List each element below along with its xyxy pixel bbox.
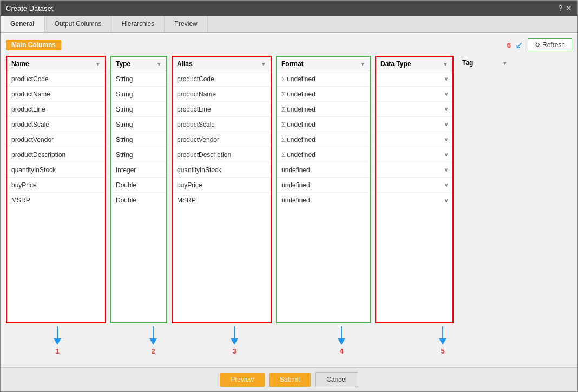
list-item[interactable]: Σ undefined: [277, 87, 370, 102]
list-item[interactable]: [458, 161, 512, 176]
list-item[interactable]: String: [111, 147, 166, 162]
list-item[interactable]: undefined: [277, 178, 370, 193]
list-item[interactable]: Σ undefined: [277, 117, 370, 132]
format-filter-icon[interactable]: ▼: [360, 61, 365, 67]
name-column: Name ▼ productCode productName productLi…: [6, 56, 106, 323]
type-filter-icon[interactable]: ▼: [156, 61, 162, 67]
list-item[interactable]: quantityInStock: [7, 162, 105, 178]
chevron-down-icon[interactable]: ∨: [444, 106, 448, 112]
list-item[interactable]: buyPrice: [173, 178, 271, 193]
list-item[interactable]: String: [111, 102, 166, 117]
list-item[interactable]: ∨: [376, 132, 452, 147]
preview-button[interactable]: Preview: [220, 373, 265, 387]
list-item[interactable]: [458, 191, 512, 206]
list-item[interactable]: String: [111, 132, 166, 147]
list-item[interactable]: Integer: [111, 162, 166, 178]
columns-container: Name ▼ productCode productName productLi…: [6, 56, 572, 323]
list-item[interactable]: ∨: [376, 178, 452, 193]
list-item[interactable]: Σ undefined: [277, 147, 370, 162]
tab-preview[interactable]: Preview: [165, 16, 208, 32]
arrow-icon: ↙: [515, 39, 523, 51]
refresh-label: Refresh: [542, 41, 565, 49]
list-item[interactable]: Σ undefined: [277, 102, 370, 117]
close-button[interactable]: ✕: [566, 4, 572, 12]
list-item[interactable]: productName: [7, 87, 105, 102]
list-item[interactable]: productVendor: [173, 132, 271, 147]
chevron-down-icon[interactable]: ∨: [444, 182, 448, 188]
arrow-line-4: [341, 326, 342, 338]
list-item[interactable]: Double: [111, 193, 166, 208]
list-item[interactable]: ∨: [376, 71, 452, 87]
list-item[interactable]: ∨: [376, 193, 452, 208]
tab-general[interactable]: General: [1, 16, 45, 32]
list-item[interactable]: productDescription: [173, 147, 271, 162]
chevron-down-icon[interactable]: ∨: [444, 121, 448, 127]
list-item[interactable]: Σ undefined: [277, 71, 370, 87]
list-item[interactable]: undefined: [277, 193, 370, 208]
type-rows: String String String String String Strin…: [111, 71, 166, 322]
arrow-line-5: [442, 326, 443, 338]
cancel-button[interactable]: Cancel: [315, 372, 358, 387]
list-item[interactable]: ∨: [376, 147, 452, 162]
datatype-filter-icon[interactable]: ▼: [443, 61, 448, 67]
list-item[interactable]: Σ undefined: [277, 132, 370, 147]
chevron-down-icon[interactable]: ∨: [444, 76, 448, 82]
list-item[interactable]: buyPrice: [7, 178, 105, 193]
main-content: Main Columns 6 ↙ ↻ Refresh Name ▼ produc…: [1, 33, 577, 367]
list-item[interactable]: [458, 85, 512, 100]
list-item[interactable]: undefined: [277, 162, 370, 178]
list-item[interactable]: String: [111, 117, 166, 132]
help-button[interactable]: ?: [558, 4, 562, 12]
list-item[interactable]: productVendor: [7, 132, 105, 147]
list-item[interactable]: [458, 176, 512, 191]
chevron-down-icon[interactable]: ∨: [444, 91, 448, 97]
list-item[interactable]: [458, 70, 512, 85]
list-item[interactable]: ∨: [376, 87, 452, 102]
alias-rows: productCode productName productLine prod…: [173, 71, 271, 322]
list-item[interactable]: productCode: [173, 71, 271, 87]
list-item[interactable]: String: [111, 71, 166, 87]
alias-header: Alias ▼: [173, 57, 271, 71]
tab-output-columns[interactable]: Output Columns: [45, 16, 112, 32]
list-item[interactable]: [458, 115, 512, 130]
list-item[interactable]: productLine: [173, 102, 271, 117]
list-item[interactable]: String: [111, 87, 166, 102]
list-item[interactable]: productScale: [7, 117, 105, 132]
submit-button[interactable]: Submit: [269, 373, 311, 387]
type-header: Type ▼: [111, 57, 166, 71]
list-item[interactable]: MSRP: [173, 193, 271, 208]
list-item[interactable]: productCode: [7, 71, 105, 87]
list-item[interactable]: productName: [173, 87, 271, 102]
arrow-head-3: [231, 338, 238, 345]
name-filter-icon[interactable]: ▼: [95, 61, 101, 67]
titlebar: Create Dataset ? ✕: [1, 1, 577, 16]
footer: Preview Submit Cancel: [1, 367, 577, 391]
chevron-down-icon[interactable]: ∨: [444, 152, 448, 158]
list-item[interactable]: [458, 146, 512, 161]
list-item[interactable]: [458, 100, 512, 115]
list-item[interactable]: Double: [111, 178, 166, 193]
arrow-head-5: [439, 338, 446, 345]
chevron-down-icon[interactable]: ∨: [444, 167, 448, 173]
chevron-down-icon[interactable]: ∨: [444, 198, 448, 204]
list-item[interactable]: productLine: [7, 102, 105, 117]
annotations-row: 1 2 3 4 5: [6, 326, 572, 362]
name-header: Name ▼: [7, 57, 105, 71]
arrow-head-4: [338, 338, 345, 345]
tag-filter-icon[interactable]: ▼: [502, 60, 508, 66]
refresh-button[interactable]: ↻ Refresh: [528, 38, 572, 51]
list-item[interactable]: ∨: [376, 162, 452, 178]
list-item[interactable]: ∨: [376, 117, 452, 132]
list-item[interactable]: quantityInStock: [173, 162, 271, 178]
sigma-icon: Σ: [281, 152, 285, 158]
list-item[interactable]: MSRP: [7, 193, 105, 208]
list-item[interactable]: productDescription: [7, 147, 105, 162]
list-item[interactable]: [458, 130, 512, 146]
chevron-down-icon[interactable]: ∨: [444, 136, 448, 142]
refresh-icon: ↻: [535, 41, 540, 49]
tab-hierarchies[interactable]: Hierarchies: [111, 16, 165, 32]
window-title: Create Dataset: [6, 4, 53, 12]
alias-filter-icon[interactable]: ▼: [261, 61, 266, 67]
list-item[interactable]: ∨: [376, 102, 452, 117]
list-item[interactable]: productScale: [173, 117, 271, 132]
